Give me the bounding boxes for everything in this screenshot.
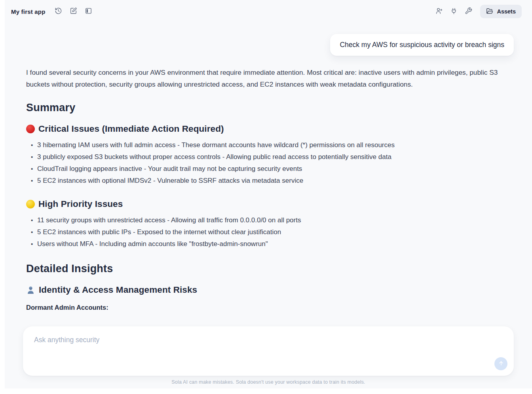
composer-area: Sola AI can make mistakes. Sola doesn't … xyxy=(5,326,532,388)
composer-box xyxy=(23,326,514,376)
wrench-button[interactable] xyxy=(462,6,474,17)
list-item: 3 hibernating IAM users with full admin … xyxy=(26,139,511,151)
topbar-right-group: Assets xyxy=(433,5,522,18)
list-item: 5 EC2 instances with optional IMDSv2 - V… xyxy=(26,175,511,187)
assistant-intro-paragraph: I found several security concerns in you… xyxy=(26,66,511,90)
sidebar-toggle-icon xyxy=(85,7,92,16)
history-button[interactable] xyxy=(53,6,65,17)
list-item: CloudTrail logging appears inactive - Yo… xyxy=(26,163,511,175)
topbar-left-group: My first app xyxy=(11,6,95,17)
critical-issues-heading: Critical Issues (Immediate Action Requir… xyxy=(26,124,511,134)
app-window: My first app xyxy=(5,0,532,388)
critical-issues-list: 3 hibernating IAM users with full admin … xyxy=(26,139,511,187)
detailed-insights-heading: Detailed Insights xyxy=(26,263,511,275)
high-priority-list: 11 security groups with unrestricted acc… xyxy=(26,214,511,250)
folder-open-icon xyxy=(486,8,493,16)
arrow-up-icon xyxy=(498,360,504,367)
topbar: My first app xyxy=(5,0,532,23)
add-user-icon xyxy=(435,7,443,16)
iam-risks-heading-text: Identity & Access Management Risks xyxy=(39,285,197,295)
sidebar-toggle-button[interactable] xyxy=(83,6,95,17)
new-chat-button[interactable] xyxy=(68,6,80,17)
red-circle-icon xyxy=(26,125,35,133)
user-message-row: Check my AWS for suspicious activity or … xyxy=(23,34,514,56)
wrench-icon xyxy=(465,7,472,16)
bust-silhouette-icon xyxy=(26,286,35,295)
list-item: 5 EC2 instances with public IPs - Expose… xyxy=(26,226,511,238)
add-user-button[interactable] xyxy=(433,6,445,17)
list-item: 11 security groups with unrestricted acc… xyxy=(26,214,511,226)
assets-button[interactable]: Assets xyxy=(480,5,522,18)
plug-icon xyxy=(450,7,458,16)
high-priority-heading-text: High Priority Issues xyxy=(38,199,123,209)
chat-input[interactable] xyxy=(23,326,514,376)
critical-issues-heading-text: Critical Issues (Immediate Action Requir… xyxy=(38,124,224,134)
high-priority-heading: High Priority Issues xyxy=(26,199,511,209)
new-chat-icon xyxy=(70,7,77,16)
app-title: My first app xyxy=(11,8,49,15)
chat-scroll-area[interactable]: Check my AWS for suspicious activity or … xyxy=(5,23,532,326)
list-item: 3 publicly exposed S3 buckets without pr… xyxy=(26,151,511,163)
disclaimer-text: Sola AI can make mistakes. Sola doesn't … xyxy=(5,376,532,388)
history-icon xyxy=(55,7,62,16)
user-message-bubble: Check my AWS for suspicious activity or … xyxy=(330,34,514,56)
list-item: Users without MFA - Including admin acco… xyxy=(26,238,511,250)
iam-risks-heading: Identity & Access Management Risks xyxy=(26,285,511,295)
assets-button-label: Assets xyxy=(497,8,516,15)
yellow-circle-icon xyxy=(26,200,35,208)
summary-heading: Summary xyxy=(26,102,511,114)
dormant-accounts-label: Dormant Admin Accounts: xyxy=(26,304,511,311)
assistant-message: I found several security concerns in you… xyxy=(23,66,514,311)
plug-button[interactable] xyxy=(448,6,460,17)
send-button[interactable] xyxy=(494,357,507,370)
